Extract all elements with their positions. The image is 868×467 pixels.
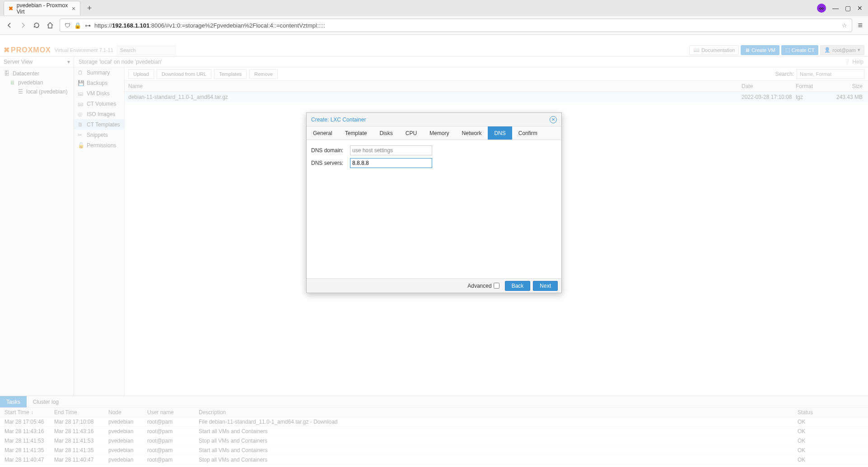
dialog-tab-network[interactable]: Network <box>455 126 488 140</box>
next-button[interactable]: Next <box>533 281 558 291</box>
bookmark-icon[interactable]: ☆ <box>842 22 847 29</box>
dns-domain-label: DNS domain: <box>311 147 350 154</box>
shield-icon: 🛡 <box>65 22 70 29</box>
proxmox-favicon: ✖ <box>8 5 14 12</box>
dialog-tab-template[interactable]: Template <box>339 126 373 140</box>
dialog-tab-confirm[interactable]: Confirm <box>512 126 544 140</box>
dialog-body: DNS domain: DNS servers: <box>307 140 561 278</box>
close-tab-icon[interactable]: × <box>72 5 75 12</box>
key-icon: ⊶ <box>85 22 91 29</box>
browser-chrome: ✖ pvedebian - Proxmox Virt × + ∞ — ▢ ✕ 🛡… <box>0 0 868 44</box>
browser-tab[interactable]: ✖ pvedebian - Proxmox Virt × <box>4 1 80 15</box>
extension-icon[interactable]: ∞ <box>817 4 826 13</box>
close-dialog-icon[interactable]: ✕ <box>550 116 557 123</box>
dialog-title: Create: LXC Container <box>311 117 366 123</box>
lock-icon: 🔒 <box>74 22 81 29</box>
dialog-tab-cpu[interactable]: CPU <box>399 126 423 140</box>
dialog-titlebar[interactable]: Create: LXC Container ✕ <box>307 113 561 126</box>
url-text: https://192.168.1.101:8006/#v1:0:=storag… <box>94 22 838 29</box>
new-tab-button[interactable]: + <box>83 2 96 14</box>
advanced-checkbox-input[interactable] <box>494 283 499 289</box>
dialog-tabs: GeneralTemplateDisksCPUMemoryNetworkDNSC… <box>307 126 561 140</box>
dns-servers-input[interactable] <box>350 158 432 168</box>
advanced-checkbox[interactable]: Advanced <box>467 283 499 289</box>
reload-icon[interactable] <box>33 21 41 29</box>
minimize-icon[interactable]: — <box>832 5 839 12</box>
bookmarks-bar <box>0 34 868 44</box>
maximize-icon[interactable]: ▢ <box>845 5 851 12</box>
dialog-footer: Advanced Back Next <box>307 278 561 293</box>
menu-icon[interactable]: ≡ <box>858 21 863 30</box>
url-bar[interactable]: 🛡 🔒 ⊶ https://192.168.1.101:8006/#v1:0:=… <box>60 19 852 32</box>
modal-overlay: Create: LXC Container ✕ GeneralTemplateD… <box>0 44 868 467</box>
home-icon[interactable] <box>46 21 54 29</box>
dialog-tab-general[interactable]: General <box>307 126 339 140</box>
dns-domain-input[interactable] <box>350 145 432 155</box>
back-icon[interactable] <box>5 21 14 29</box>
forward-icon[interactable] <box>19 21 27 29</box>
back-button[interactable]: Back <box>505 281 531 291</box>
nav-bar: 🛡 🔒 ⊶ https://192.168.1.101:8006/#v1:0:=… <box>0 16 868 34</box>
tab-title: pvedebian - Proxmox Virt <box>17 2 69 15</box>
dns-servers-label: DNS servers: <box>311 160 350 166</box>
dialog-tab-disks[interactable]: Disks <box>373 126 399 140</box>
close-window-icon[interactable]: ✕ <box>857 5 863 12</box>
window-controls: ∞ — ▢ ✕ <box>817 4 868 13</box>
dialog-tab-dns[interactable]: DNS <box>488 126 512 140</box>
tab-strip: ✖ pvedebian - Proxmox Virt × + ∞ — ▢ ✕ <box>0 0 868 16</box>
create-lxc-dialog: Create: LXC Container ✕ GeneralTemplateD… <box>306 112 562 293</box>
proxmox-app: ✖PROXMOX Virtual Environment 7.1-11 📖Doc… <box>0 44 868 467</box>
dialog-tab-memory[interactable]: Memory <box>423 126 455 140</box>
